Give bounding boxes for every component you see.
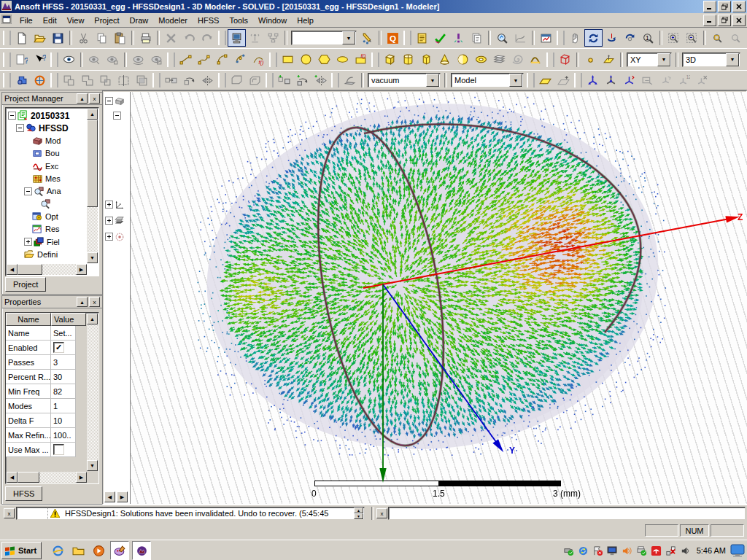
draw-cone-button[interactable] <box>436 51 454 69</box>
rotate-axis-button[interactable] <box>603 29 621 47</box>
tree-item-setup[interactable] <box>32 198 51 210</box>
3d-view[interactable]: 0 1.5 3 (mm) Z Y <box>131 92 747 504</box>
object-filter-combobox[interactable]: Model▼ <box>451 73 524 88</box>
analyze-all-button[interactable] <box>449 29 468 47</box>
cut-button[interactable] <box>74 29 93 47</box>
tree-item-defini[interactable]: Defini <box>16 248 58 260</box>
quicklaunch-media-player[interactable] <box>90 542 107 559</box>
tray-antivirus-icon[interactable] <box>650 544 663 557</box>
toolbar-grip[interactable] <box>3 31 11 45</box>
tab-project[interactable]: Project <box>5 277 46 292</box>
duplicate-mirror-button[interactable] <box>311 71 330 89</box>
message-spinner[interactable]: ▲ ▼ <box>354 508 363 519</box>
menu-help[interactable]: Help <box>292 14 319 27</box>
toolbar-grip[interactable] <box>218 31 226 45</box>
set-working-cs-button[interactable] <box>638 71 657 89</box>
show-active-view-button[interactable] <box>147 51 166 69</box>
expand-icon[interactable] <box>105 233 113 241</box>
mdi-minimize-button[interactable] <box>703 15 716 26</box>
draw-arc-3point-button[interactable] <box>231 51 249 69</box>
toolbar-grip[interactable] <box>167 52 175 67</box>
toolbar-grip[interactable] <box>403 31 411 45</box>
tray-network-offline-icon[interactable] <box>665 544 678 557</box>
mdi-close-button[interactable] <box>732 15 746 26</box>
collapse-icon[interactable] <box>113 112 121 120</box>
restore-button[interactable] <box>718 1 731 12</box>
tray-display-icon[interactable] <box>606 544 619 557</box>
sweep-button[interactable] <box>341 71 359 89</box>
menu-draw[interactable]: Draw <box>125 14 154 27</box>
menu-window[interactable]: Window <box>253 14 292 27</box>
offset-button[interactable] <box>228 71 246 89</box>
intersect-button[interactable] <box>96 71 115 89</box>
tree-item-bou[interactable]: Bou <box>24 147 60 160</box>
pin-button[interactable]: ▴ <box>77 93 88 104</box>
tray-updates-icon[interactable] <box>577 544 590 557</box>
view-cs-button[interactable]: 12 <box>675 71 693 89</box>
tree-item-exc[interactable]: Exc <box>24 160 58 172</box>
tray-security-flag-icon[interactable] <box>592 544 605 557</box>
tree-item-20150331[interactable]: 20150331 <box>8 109 69 122</box>
draw-ellipse-button[interactable] <box>333 51 352 69</box>
machines-button[interactable] <box>246 29 264 47</box>
boolean-split-color-button[interactable] <box>31 71 49 89</box>
draw-spiral-button[interactable] <box>508 51 527 69</box>
quicklaunch-paint[interactable] <box>110 541 129 560</box>
property-value-passes[interactable]: 3 <box>51 355 76 370</box>
modeler-tree-hscrollbar[interactable]: ◀▶ <box>104 491 128 502</box>
property-value-modes[interactable]: 1 <box>51 399 76 413</box>
progress-close-icon[interactable]: x <box>376 508 387 518</box>
draw-torus-button[interactable] <box>472 51 490 69</box>
tree-item-mod[interactable]: Mod <box>24 135 61 147</box>
project-tree-vscrollbar[interactable]: ▲ ▼ <box>87 109 98 263</box>
menu-edit[interactable]: Edit <box>38 14 62 27</box>
column-header-value[interactable]: Value <box>51 313 86 326</box>
pin-button[interactable]: ▴ <box>77 297 88 307</box>
create-report-button[interactable] <box>511 29 530 47</box>
column-header-name[interactable]: Name <box>6 313 51 326</box>
draw-point-button[interactable] <box>581 51 600 69</box>
view-visibility-button[interactable] <box>60 51 78 69</box>
paste-button[interactable] <box>111 29 129 47</box>
chevron-down-icon[interactable]: ▼ <box>509 74 522 87</box>
draw-circle-button[interactable] <box>297 51 315 69</box>
new-plane-button[interactable] <box>554 71 573 89</box>
design-props-button[interactable] <box>413 29 431 47</box>
tab-hfss[interactable]: HFSS <box>5 486 42 501</box>
toolbar-grip[interactable] <box>331 73 339 88</box>
modeler-tree-node[interactable] <box>113 109 121 122</box>
show-selection-button[interactable] <box>104 51 122 69</box>
tree-item-res[interactable]: Res <box>24 223 60 236</box>
checkbox-unchecked[interactable] <box>53 444 64 455</box>
properties-hscrollbar[interactable]: ◀ ▶ <box>7 472 87 483</box>
draw-regular-polygon-button[interactable] <box>315 51 333 69</box>
unite-button[interactable] <box>78 71 96 89</box>
field-summary-button[interactable] <box>537 29 555 47</box>
modeler-tree-points[interactable] <box>105 230 125 243</box>
quicklaunch-ansoft-hfss[interactable] <box>132 541 151 560</box>
section-plane-button[interactable] <box>536 71 554 89</box>
message-close-icon[interactable]: x <box>4 508 15 518</box>
user-defined-model-button[interactable] <box>556 51 574 69</box>
pan-button[interactable] <box>566 29 584 47</box>
draw-spline-button[interactable] <box>195 51 213 69</box>
move-button[interactable] <box>162 71 180 89</box>
boolean-unite-color-button[interactable] <box>12 71 31 89</box>
chevron-down-icon[interactable]: ▼ <box>657 53 670 66</box>
new-button[interactable] <box>12 29 31 47</box>
draw-arc-center-button[interactable] <box>213 51 231 69</box>
rotate-button[interactable] <box>584 29 603 47</box>
toolbar-grip[interactable] <box>152 73 160 88</box>
chevron-down-icon[interactable]: ▼ <box>342 31 355 44</box>
create-object-cs-button[interactable] <box>620 71 638 89</box>
rotate-object-button[interactable] <box>180 71 198 89</box>
solution-data-button[interactable] <box>493 29 511 47</box>
project-manager-close-icon[interactable]: x <box>89 93 100 104</box>
toolbar-grip[interactable] <box>3 52 11 67</box>
drawing-plane-combobox[interactable]: XY▼ <box>627 52 672 67</box>
tree-item-fiel[interactable]: Fiel <box>24 236 60 248</box>
close-button[interactable] <box>732 1 746 12</box>
expand-icon[interactable] <box>105 217 113 225</box>
modeler-history-tree[interactable]: ◀▶ <box>104 92 131 504</box>
menu-view[interactable]: View <box>62 14 90 27</box>
